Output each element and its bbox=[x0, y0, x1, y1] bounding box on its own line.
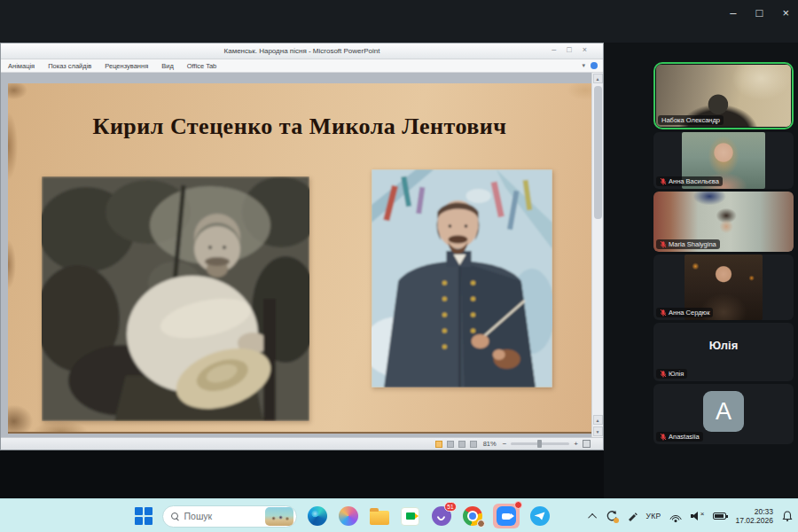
app-titlebar: – □ × bbox=[0, 0, 798, 43]
participant-tile-serdiuk[interactable]: Анна Сердюк bbox=[653, 254, 794, 320]
zoom-in-button[interactable]: + bbox=[574, 441, 578, 448]
viber-icon[interactable]: 51 bbox=[431, 505, 452, 527]
ribbon-tab-row: Анімація Показ слайдів Рецензування Вид … bbox=[1, 59, 603, 73]
mic-muted-icon bbox=[660, 433, 667, 441]
participant-name-label: Анна Васильєва bbox=[656, 176, 723, 186]
participants-sidebar: Набока Олександр Анна Васильєва Maria Sh… bbox=[604, 43, 798, 498]
slide: Кирил Стеценко та Микола Лентович bbox=[8, 83, 591, 434]
vertical-scrollbar[interactable]: ▲ ▲ ▼ bbox=[591, 73, 603, 437]
participant-name-label: Набока Олександр bbox=[658, 115, 724, 125]
mic-muted-icon bbox=[660, 177, 667, 185]
search-highlight-image[interactable] bbox=[265, 507, 293, 526]
search-icon bbox=[171, 512, 179, 520]
tab-view[interactable]: Вид bbox=[161, 62, 174, 70]
powerpoint-statusbar: 81% − + bbox=[1, 437, 603, 450]
fit-to-window-icon[interactable] bbox=[583, 440, 591, 448]
ribbon-collapse-icon[interactable]: ▾ bbox=[582, 62, 585, 69]
onedrive-sync-icon[interactable] bbox=[606, 510, 618, 522]
participant-tile-naboka[interactable]: Набока Олександр bbox=[653, 62, 794, 129]
chrome-icon[interactable] bbox=[462, 505, 483, 527]
start-button-icon[interactable] bbox=[135, 507, 153, 525]
tab-office-tab[interactable]: Office Tab bbox=[187, 62, 217, 70]
wifi-icon[interactable] bbox=[669, 512, 682, 521]
mic-muted-icon bbox=[660, 309, 667, 317]
participant-tile-anastasiia[interactable]: A Anastasiia bbox=[653, 384, 794, 444]
zoom-app-icon[interactable] bbox=[493, 504, 520, 528]
viber-badge: 51 bbox=[444, 502, 456, 512]
participant-avatar: A bbox=[703, 391, 744, 432]
mic-muted-icon bbox=[660, 240, 667, 248]
pen-input-icon[interactable] bbox=[627, 511, 638, 521]
language-indicator[interactable]: УКР bbox=[646, 512, 661, 520]
tray-overflow-icon[interactable] bbox=[588, 512, 597, 521]
battery-icon[interactable] bbox=[713, 512, 726, 520]
slide-title: Кирил Стеценко та Микола Лентович bbox=[8, 113, 591, 140]
copilot-icon[interactable] bbox=[338, 505, 359, 527]
slide-canvas-area: Кирил Стеценко та Микола Лентович bbox=[1, 73, 603, 437]
chrome-profile-avatar bbox=[477, 520, 485, 528]
zoom-notification-badge bbox=[514, 501, 522, 509]
zoom-meeting-window: – □ × Каменськ. Народна пісня - Microsof… bbox=[0, 0, 798, 532]
tab-slideshow[interactable]: Показ слайдів bbox=[48, 62, 91, 70]
tray-clock[interactable]: 20:33 17.02.2026 bbox=[735, 507, 773, 525]
participant-tile-yuliia[interactable]: Юлія Юлія bbox=[653, 323, 794, 381]
zoom-level: 81% bbox=[483, 440, 497, 448]
powerpoint-titlebar: Каменськ. Народна пісня - Microsoft Powe… bbox=[1, 43, 603, 59]
participant-name-label: Юлія bbox=[656, 369, 687, 379]
scroll-up-button[interactable]: ▲ bbox=[593, 74, 603, 83]
participant-name-label: Maria Shalygina bbox=[656, 239, 720, 249]
close-button[interactable]: × bbox=[782, 5, 789, 21]
participant-tile-shalygina[interactable]: Maria Shalygina bbox=[653, 192, 794, 252]
maximize-button[interactable]: □ bbox=[756, 5, 763, 21]
tray-time: 20:33 bbox=[735, 507, 773, 516]
reading-view-icon[interactable] bbox=[458, 441, 466, 448]
slideshow-icon[interactable] bbox=[470, 441, 477, 448]
volume-muted-icon[interactable]: × bbox=[691, 512, 704, 520]
photo-kyrylo-stetsenko bbox=[42, 176, 309, 421]
search-input[interactable] bbox=[184, 511, 260, 521]
zoom-slider[interactable] bbox=[511, 442, 569, 445]
powerpoint-title: Каменськ. Народна пісня - Microsoft Powe… bbox=[1, 47, 603, 55]
scrollbar-thumb[interactable] bbox=[594, 86, 602, 219]
participant-name-label: Anastasiia bbox=[656, 432, 703, 442]
taskbar-search[interactable] bbox=[162, 505, 297, 528]
shared-screen: Каменськ. Народна пісня - Microsoft Powe… bbox=[0, 43, 604, 498]
tray-date: 17.02.2026 bbox=[735, 516, 773, 525]
ppt-maximize-button[interactable]: □ bbox=[567, 45, 571, 54]
notification-bell-icon[interactable] bbox=[782, 511, 793, 522]
painting-mykola-leontovych bbox=[372, 169, 552, 387]
zoom-out-button[interactable]: − bbox=[503, 441, 507, 448]
normal-view-icon[interactable] bbox=[435, 441, 442, 448]
tab-animation[interactable]: Анімація bbox=[8, 62, 35, 70]
minimize-button[interactable]: – bbox=[730, 5, 736, 21]
zoom-slider-thumb[interactable] bbox=[537, 440, 542, 448]
participant-name-label: Анна Сердюк bbox=[656, 308, 713, 317]
next-slide-button[interactable]: ▼ bbox=[593, 426, 603, 436]
previous-slide-button[interactable]: ▲ bbox=[593, 415, 603, 425]
participant-display-name: Юлія bbox=[653, 339, 794, 352]
edge-icon[interactable] bbox=[307, 505, 328, 527]
telegram-icon[interactable] bbox=[529, 505, 551, 527]
slide-sorter-icon[interactable] bbox=[447, 441, 454, 448]
google-meet-icon[interactable] bbox=[400, 505, 421, 527]
help-icon[interactable] bbox=[591, 62, 598, 69]
file-explorer-icon[interactable] bbox=[369, 505, 390, 527]
mic-muted-icon bbox=[660, 370, 667, 378]
powerpoint-window: Каменськ. Народна пісня - Microsoft Powe… bbox=[0, 43, 604, 450]
windows-taskbar: 51 УКР × 20:33 bbox=[0, 498, 798, 532]
tab-review[interactable]: Рецензування bbox=[105, 62, 148, 70]
ppt-minimize-button[interactable]: – bbox=[552, 45, 556, 54]
ppt-close-button[interactable]: × bbox=[583, 45, 587, 54]
participant-tile-vasylieva[interactable]: Анна Васильєва bbox=[653, 132, 794, 189]
